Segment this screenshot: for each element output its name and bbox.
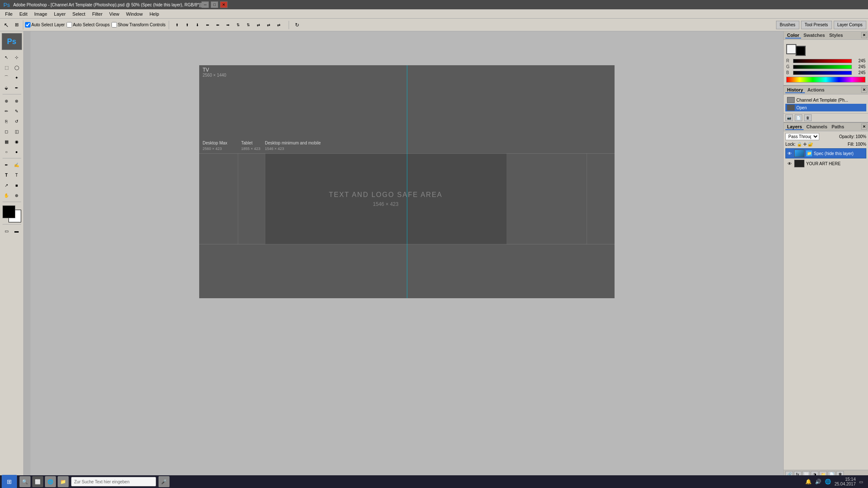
tab-history[interactable]: History [785, 87, 805, 93]
menu-filter[interactable]: Filter [89, 11, 106, 17]
lock-all-icon[interactable]: 🔐 [808, 142, 813, 147]
ellipse-marquee-icon[interactable]: ◯ [12, 63, 22, 72]
blend-mode-select[interactable]: Pass Through Normal Multiply [785, 133, 819, 140]
layer-visibility-art[interactable]: 👁 [787, 161, 793, 166]
move-tool-btn[interactable]: ↖ [2, 20, 11, 30]
layer-comps-btn[interactable]: Layer Comps [834, 21, 866, 29]
menu-help[interactable]: Help [146, 11, 163, 17]
close-button[interactable]: ✕ [220, 1, 228, 8]
healing-brush-icon[interactable]: ⊕ [2, 96, 11, 105]
fill-value[interactable]: 100% [855, 142, 866, 147]
search-icon-taskbar[interactable]: 🔍 [19, 476, 31, 487]
menu-image[interactable]: Image [31, 11, 51, 17]
tab-actions[interactable]: Actions [806, 87, 826, 93]
brushes-btn[interactable]: Brushes [776, 21, 799, 29]
tab-paths[interactable]: Paths [830, 124, 846, 130]
path-selection-icon[interactable]: ↗ [2, 180, 11, 190]
taskbar-search[interactable]: Zur Suche Text hier eingeben [71, 477, 156, 486]
distribute-btn5[interactable]: ⇄ [274, 20, 284, 30]
lasso-icon[interactable]: ⌒ [2, 73, 11, 82]
magic-eraser-icon[interactable]: ◫ [12, 127, 22, 136]
menu-edit[interactable]: Edit [16, 11, 31, 17]
b-slider[interactable] [793, 71, 852, 75]
distribute-btn3[interactable]: ⇄ [254, 20, 263, 30]
distribute-btn4[interactable]: ⇄ [264, 20, 273, 30]
eyedropper-icon[interactable]: ✒ [12, 83, 22, 92]
task-view-icon[interactable]: ⬜ [32, 476, 43, 487]
menu-file[interactable]: File [2, 11, 16, 17]
canvas-rotate-btn[interactable]: ↻ [292, 20, 302, 30]
network-icon[interactable]: 🌐 [825, 479, 831, 485]
history-item-0[interactable]: Channel Art Template (Ph... [785, 96, 866, 104]
color-swatches[interactable] [3, 205, 21, 222]
clone-stamp-icon[interactable]: ⎘ [2, 116, 11, 126]
tool-presets-btn[interactable]: Tool Presets [801, 21, 832, 29]
quick-select-icon[interactable]: ✦ [12, 73, 22, 82]
history-panel-close[interactable]: ✕ [861, 87, 867, 93]
tab-styles[interactable]: Styles [827, 33, 844, 39]
menu-select[interactable]: Select [69, 11, 89, 17]
auto-select-groups-checkbox[interactable]: Auto Select Groups [67, 22, 110, 28]
brush-icon[interactable]: ✏ [2, 106, 11, 116]
freeform-pen-icon[interactable]: ✍ [12, 160, 22, 169]
patch-tool-icon[interactable]: ⊗ [12, 96, 22, 105]
align-right-btn[interactable]: ➡ [223, 20, 233, 30]
opacity-value[interactable]: 100% [855, 134, 866, 139]
g-slider[interactable] [793, 65, 852, 69]
history-snapshot-btn[interactable]: 📷 [785, 114, 793, 121]
move-tool-icon[interactable]: ↖ [2, 53, 11, 62]
artboard-tool-btn[interactable]: ⊞ [12, 20, 21, 30]
history-delete-btn[interactable]: 🗑 [804, 114, 812, 121]
notification-icon[interactable]: 🔔 [805, 479, 812, 485]
full-screen-icon[interactable]: ▬ [12, 226, 22, 236]
layer-visibility-spec[interactable]: 👁 [787, 150, 793, 156]
vertical-type-icon[interactable]: T [12, 170, 22, 180]
align-top-btn[interactable]: ⬆ [172, 20, 182, 30]
align-horiz-center-btn[interactable]: ⬅ [213, 20, 223, 30]
zoom-tool-icon[interactable]: ⊕ [12, 191, 22, 200]
edge-icon[interactable]: 🌐 [45, 476, 56, 487]
distribute-btn1[interactable]: ⇅ [234, 20, 243, 30]
color-panel-close[interactable]: ✕ [861, 32, 867, 38]
lock-move-icon[interactable]: ✛ [803, 142, 807, 147]
minimize-button[interactable]: ─ [201, 1, 209, 8]
taskbar-clock[interactable]: 15:14 25.04.2017 [835, 477, 856, 486]
artboard-tool-icon[interactable]: ⊹ [12, 53, 22, 62]
gradient-icon[interactable]: ▦ [2, 137, 11, 146]
show-transform-controls-checkbox[interactable]: Show Transform Controls [111, 22, 166, 28]
layer-item-art[interactable]: 👁 YOUR ART HERE [785, 158, 866, 169]
standard-screen-icon[interactable]: ▭ [2, 226, 11, 236]
color-spectrum[interactable] [786, 77, 865, 83]
dodge-icon[interactable]: ○ [2, 147, 11, 156]
align-vert-center-btn[interactable]: ⬆ [183, 20, 192, 30]
lock-pixels-icon[interactable]: 🔒 [797, 142, 802, 147]
foreground-color-swatch[interactable] [3, 205, 15, 218]
align-left-btn[interactable]: ⬅ [203, 20, 212, 30]
menu-layer[interactable]: Layer [50, 11, 69, 17]
r-slider[interactable] [793, 59, 852, 63]
color-preview-bg[interactable] [796, 46, 806, 56]
crop-icon[interactable]: ⬙ [2, 83, 11, 92]
menu-window[interactable]: Window [123, 11, 146, 17]
file-explorer-icon[interactable]: 📁 [58, 476, 69, 487]
layer-item-spec[interactable]: 👁 📁 Spec (hide this layer) [785, 148, 866, 158]
eraser-icon[interactable]: ◻ [2, 127, 11, 136]
tab-channels[interactable]: Channels [804, 124, 829, 130]
blur-icon[interactable]: ◉ [12, 137, 22, 146]
volume-icon[interactable]: 🔊 [815, 479, 821, 485]
align-bottom-btn[interactable]: ⬇ [193, 20, 202, 30]
pen-tool-icon[interactable]: ✒ [2, 160, 11, 169]
shape-tool-icon[interactable]: ■ [12, 180, 22, 190]
pencil-icon[interactable]: ✎ [12, 106, 22, 116]
history-brush-icon[interactable]: ↺ [12, 116, 22, 126]
type-tool-icon[interactable]: T [2, 170, 11, 180]
tab-color[interactable]: Color [785, 33, 801, 39]
auto-select-layer-checkbox[interactable]: Auto Select Layer [25, 22, 65, 28]
color-preview-fg[interactable] [786, 44, 796, 54]
start-button[interactable]: ⊞ [2, 475, 17, 488]
layers-panel-close[interactable]: ✕ [861, 124, 867, 130]
rect-marquee-icon[interactable]: ⬚ [2, 63, 11, 72]
tab-swatches[interactable]: Swatches [802, 33, 827, 39]
maximize-button[interactable]: □ [211, 1, 218, 8]
distribute-btn2[interactable]: ⇅ [244, 20, 253, 30]
